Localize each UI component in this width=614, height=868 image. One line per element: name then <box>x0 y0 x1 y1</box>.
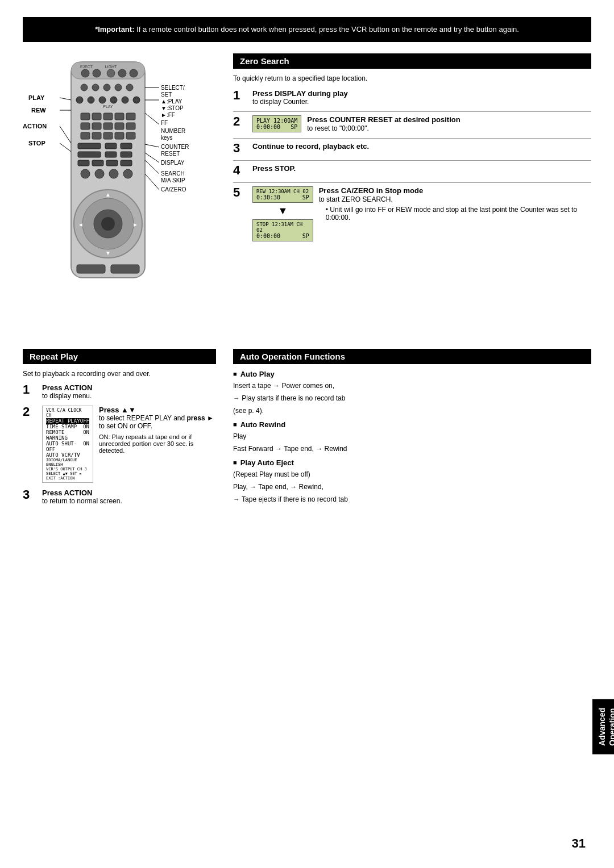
rp-step-2-body: to select REPEAT PLAY and press ►to set … <box>99 414 216 430</box>
svg-text:SEARCH: SEARCH <box>161 170 185 177</box>
svg-rect-36 <box>78 143 101 149</box>
zero-search-desc: To quickly return to a specified tape lo… <box>233 74 591 82</box>
svg-text:▼: ▼ <box>105 250 111 256</box>
lcd-row-1: PLAY 12:00AM <box>256 118 297 124</box>
rp-step-num-1: 1 <box>23 383 39 396</box>
svg-point-47 <box>95 169 104 178</box>
menu-row-1-highlighted: REPEAT PLAYOFF <box>46 418 89 424</box>
step-content-1: Press DISPLAY during play to display Cou… <box>252 89 591 106</box>
page-number: 31 <box>572 836 586 851</box>
svg-text:CA/ZERO: CA/ZERO <box>161 186 186 193</box>
auto-eject-line-3: → Tape ejects if there is no record tab <box>233 494 591 504</box>
svg-rect-30 <box>126 123 135 130</box>
svg-text:M/A SKIP: M/A SKIP <box>161 177 185 183</box>
svg-point-5 <box>118 69 126 77</box>
menu-row-7: VCR'S OUTPUT CH 3 <box>46 467 89 471</box>
auto-play-header: Auto Play <box>233 370 591 378</box>
zero-search-section: Zero Search To quickly return to a speci… <box>233 53 591 332</box>
svg-rect-43 <box>92 160 103 166</box>
lcd-row-5b: 0:00:00 SP <box>256 233 309 239</box>
svg-rect-39 <box>78 152 101 157</box>
rp-step-content-2: VCR C/A CLOCK CH REPEAT PLAYOFF TIME STA… <box>42 406 216 483</box>
rp-menu-screen: VCR C/A CLOCK CH REPEAT PLAYOFF TIME STA… <box>42 406 93 483</box>
zero-search-step-2: 2 PLAY 12:00AM 0:00:00 SP Press COUNTER … <box>233 115 591 132</box>
auto-operation-header: Auto Operation Functions <box>233 349 591 364</box>
rp-step-3: 3 Press ACTION to return to normal scree… <box>23 489 216 505</box>
step-5-screen-2: STOP 12:31AM CH 02 0:00:00 SP <box>252 219 313 241</box>
svg-text:►:FF: ►:FF <box>161 112 175 118</box>
rp-step-1-body: to display menu. <box>42 392 216 400</box>
auto-play-line-3: (see p. 4). <box>233 406 591 416</box>
step-2-text: Press COUNTER RESET at desired position … <box>307 115 460 132</box>
menu-row-3: REMOTE WARNINGON <box>46 429 89 441</box>
top-note: *Important: If a remote control button d… <box>23 17 591 42</box>
svg-rect-59 <box>111 265 139 273</box>
remote-diagram-section: EJECT LIGHT PLAY <box>23 53 216 332</box>
menu-row-6: IDIOMA/LANGUE ENGLISH <box>46 458 89 467</box>
svg-rect-44 <box>106 160 118 166</box>
rp-step-2-note: ON: Play repeats at tape end or if unrec… <box>99 433 216 454</box>
step-2-with-screen: PLAY 12:00AM 0:00:00 SP Press COUNTER RE… <box>252 115 591 132</box>
svg-text:PLAY: PLAY <box>103 105 113 108</box>
step-content-4: Press STOP. <box>252 164 591 173</box>
repeat-play-desc: Set to playback a recording over and ove… <box>23 370 216 378</box>
step-3-title: Continue to record, playback etc. <box>252 142 591 151</box>
svg-text:LIGHT: LIGHT <box>105 65 117 69</box>
svg-point-2 <box>81 69 89 77</box>
svg-line-74 <box>145 153 159 162</box>
svg-line-68 <box>145 113 159 124</box>
step-4-title: Press STOP. <box>252 164 591 173</box>
rp-step-num-3: 3 <box>23 489 39 501</box>
svg-text:SET: SET <box>161 91 172 98</box>
svg-text:SELECT/: SELECT/ <box>161 85 185 91</box>
rp-step-1-title: Press ACTION <box>42 383 216 392</box>
rp-step-content-1: Press ACTION to display menu. <box>42 383 216 400</box>
svg-rect-24 <box>115 113 124 120</box>
rp-step-3-title: Press ACTION <box>42 489 216 497</box>
svg-rect-58 <box>77 265 105 273</box>
auto-rewind-line-2: Fast Forward → Tape end, → Rewind <box>233 444 591 454</box>
zero-search-step-3: 3 Continue to record, playback etc. <box>233 142 591 155</box>
zero-search-step-4: 4 Press STOP. <box>233 164 591 177</box>
step-number-1: 1 <box>233 89 249 102</box>
svg-text:PLAY: PLAY <box>28 94 45 101</box>
bottom-section: Repeat Play Set to playback a recording … <box>0 349 614 511</box>
svg-text:►: ► <box>132 222 138 228</box>
zero-search-header: Zero Search <box>233 53 591 69</box>
svg-point-15 <box>88 97 94 103</box>
auto-play-line-1: Insert a tape → Power comes on, <box>233 381 591 391</box>
svg-point-18 <box>122 97 128 103</box>
svg-text:COUNTER: COUNTER <box>161 144 189 150</box>
svg-point-9 <box>81 84 88 91</box>
svg-rect-21 <box>81 113 90 120</box>
svg-point-10 <box>92 84 99 91</box>
svg-rect-42 <box>78 160 89 166</box>
svg-text:FF: FF <box>161 120 168 126</box>
lcd-row-5a: 0:30:30 SP <box>256 194 309 201</box>
svg-rect-41 <box>121 152 132 157</box>
rp-step-2: 2 VCR C/A CLOCK CH REPEAT PLAYOFF TIME S… <box>23 406 216 483</box>
step-content-2: PLAY 12:00AM 0:00:00 SP Press COUNTER RE… <box>252 115 591 132</box>
svg-rect-35 <box>126 132 135 139</box>
svg-line-79 <box>145 174 159 190</box>
rp-step-2-text: Press ▲▼ to select REPEAT PLAY and press… <box>99 406 216 454</box>
remote-diagram: EJECT LIGHT PLAY <box>23 53 205 332</box>
step-number-2: 2 <box>233 115 249 128</box>
step-1-title: Press DISPLAY during play <box>252 89 591 98</box>
step-5-screen-1: REW 12:30AM CH 02 0:30:30 SP <box>252 186 313 203</box>
svg-line-87 <box>60 143 71 152</box>
svg-text:EJECT: EJECT <box>80 65 93 69</box>
svg-rect-31 <box>81 132 90 139</box>
step-2-screen: PLAY 12:00AM 0:00:00 SP <box>252 115 301 132</box>
rp-step-1: 1 Press ACTION to display menu. <box>23 383 216 400</box>
lcd-row-2: 0:00:00 SP <box>256 124 297 130</box>
step-5-text: Press CA/ZERO in Stop mode to start ZERO… <box>319 186 591 222</box>
svg-point-4 <box>107 69 115 77</box>
svg-rect-40 <box>105 152 117 157</box>
svg-point-49 <box>123 169 132 178</box>
svg-text:▲: ▲ <box>105 191 111 198</box>
svg-point-6 <box>130 69 138 77</box>
svg-rect-34 <box>115 132 124 139</box>
remote-svg: EJECT LIGHT PLAY <box>23 53 205 332</box>
svg-text:▲:PLAY: ▲:PLAY <box>161 98 182 105</box>
